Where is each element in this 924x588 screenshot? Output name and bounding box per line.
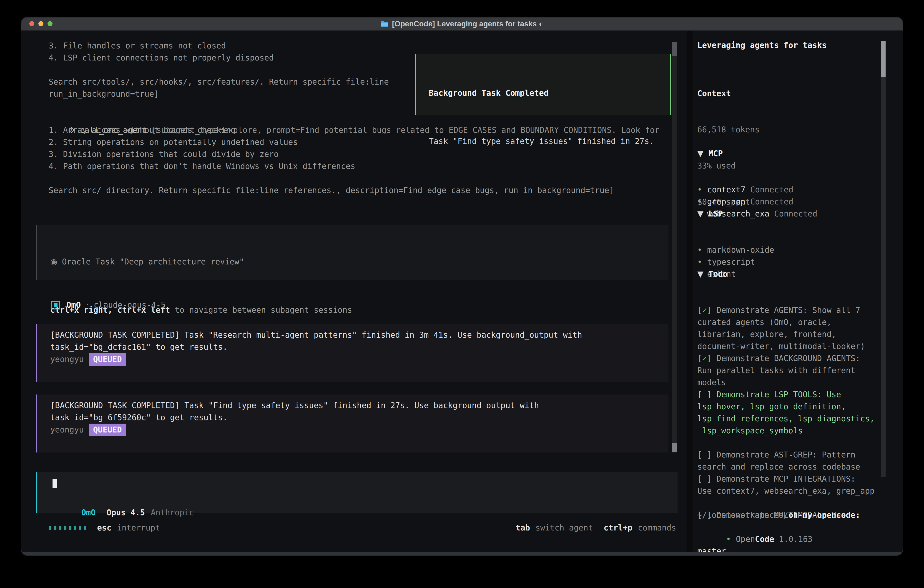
spinner-dot-icon xyxy=(69,526,71,530)
folder-icon xyxy=(381,20,389,27)
chevron-down-icon: ▼ xyxy=(697,269,703,279)
chevron-down-icon: ▼ xyxy=(697,209,703,218)
todo-line: lsp_hover, lsp_goto_definition, xyxy=(697,401,874,413)
chevron-down-icon: ▼ xyxy=(697,149,703,158)
transcript-top: 3. File handles or streams not closed 4.… xyxy=(49,40,389,100)
statusbar-right: tab switch agent ctrl+p commands xyxy=(516,522,676,534)
agent-model: claude-opus-4-5 xyxy=(94,299,165,311)
spinner-dot-icon xyxy=(54,526,56,530)
spinner-dot-icon xyxy=(74,526,76,530)
todo-line xyxy=(697,437,874,449)
task-message-line2: task_id="bg_dcfac161" to get results. xyxy=(50,341,668,353)
todo-line: librarian, explore, frontend, xyxy=(697,328,874,340)
todo-line: curated agents (OmO, oracle, xyxy=(697,316,874,328)
todo-line: [ ] Demonstrate AST-GREP: Pattern xyxy=(697,449,874,461)
record-icon: ◉ xyxy=(50,257,57,266)
oracle-hint-text: to navigate between subagent sessions xyxy=(170,306,352,314)
sidebar-session-title: Leveraging agents for tasks xyxy=(697,39,827,51)
main-sidebar-divider xyxy=(686,31,693,552)
checkbox-empty-icon: [ ] xyxy=(697,450,712,459)
main-scrollbar-track[interactable] xyxy=(672,41,676,453)
todo-line: [✓] Demonstrate BACKGROUND AGENTS: xyxy=(697,352,874,365)
prompt-input[interactable]: OmOOpus 4.5Anthropic xyxy=(36,472,678,513)
todo-section-header[interactable]: ▼Todo xyxy=(697,268,874,280)
input-provider-label: Anthropic xyxy=(151,508,194,517)
checkbox-checked-icon: [✓] xyxy=(697,354,712,363)
checkbox-checked-icon: [✓] xyxy=(697,306,712,315)
statusbar: esc interrupt tab switch agent ctrl+p co… xyxy=(49,522,676,534)
spinner-dots xyxy=(49,526,86,530)
spinner-dot-icon xyxy=(59,526,61,530)
sidebar-version: •OpenCode1.0.163 xyxy=(697,521,813,555)
spinner-dot-icon xyxy=(84,526,86,530)
agent-name: OmO xyxy=(66,299,81,311)
ctrlp-key-label: commands xyxy=(638,522,676,534)
status-badge: QUEUED xyxy=(89,424,126,436)
agent-header: OmO · claude-opus-4-5 xyxy=(51,299,165,311)
sidebar: Leveraging agents for tasks Context 66,5… xyxy=(697,18,888,198)
context-heading: Context xyxy=(697,88,760,99)
tab-key-hint: tab xyxy=(516,522,530,534)
todo-line: lsp_workspace_symbols xyxy=(697,425,874,437)
ctrlp-key-hint: ctrl+p xyxy=(604,522,632,534)
todo-line: lsp_find_references, lsp_diagnostics, xyxy=(697,413,874,425)
mcp-section-header[interactable]: ▼MCP xyxy=(697,147,817,160)
oracle-title: Oracle Task "Deep architecture review" xyxy=(57,257,244,266)
status-badge: QUEUED xyxy=(89,353,126,366)
todo-line: models xyxy=(697,377,874,388)
checkbox-empty-icon: [ ] xyxy=(697,474,712,483)
bullet-icon: • xyxy=(726,535,731,543)
lsp-section-header[interactable]: ▼LSP xyxy=(697,208,774,220)
tab-key-label: switch agent xyxy=(535,522,593,534)
window-title-text: [OpenCode] Leveraging agents for tasks ◐ xyxy=(392,20,543,28)
text-cursor xyxy=(53,479,57,488)
task-message-line1: [BACKGROUND TASK COMPLETED] Task "Find t… xyxy=(50,400,668,411)
agent-square-icon xyxy=(51,301,60,309)
task-message-line2: task_id="bg_6f59260c" to get results. xyxy=(50,411,668,424)
notification-toast[interactable]: Background Task Completed Task "Find typ… xyxy=(415,54,671,115)
task-message-line1: [BACKGROUND TASK COMPLETED] Task "Resear… xyxy=(50,329,668,341)
window-bottom-edge xyxy=(21,552,903,555)
todo-line: document-writer, multimodal-looker) xyxy=(697,340,874,352)
app-window: [OpenCode] Leveraging agents for tasks ◐… xyxy=(21,18,903,555)
mcp-status: Connected xyxy=(769,209,817,218)
statusbar-left: esc interrupt xyxy=(49,522,160,534)
main-scrollbar-thumb[interactable] xyxy=(672,42,676,56)
esc-key-label: interrupt xyxy=(117,522,160,534)
todo-line: [✓] Demonstrate AGENTS: Show all 7 xyxy=(697,304,874,316)
checkbox-empty-icon: [ ] xyxy=(697,390,712,399)
task-message: [BACKGROUND TASK COMPLETED] Task "Resear… xyxy=(36,324,668,382)
input-agent-label: OmO xyxy=(81,508,96,517)
spinner-dot-icon xyxy=(79,526,81,530)
notification-body: Task "Find type safety issues" finished … xyxy=(429,135,670,147)
task-message-author: yeongyu xyxy=(50,355,84,364)
agent-separator: · xyxy=(85,299,89,311)
input-model-label: Opus 4.5 xyxy=(107,508,145,517)
todo-line: [ ] Demonstrate MCP INTEGRATIONS: xyxy=(697,473,874,485)
oracle-panel: ◉ Oracle Task "Deep architecture review"… xyxy=(36,225,668,280)
esc-key-hint: esc xyxy=(97,522,111,534)
spinner-dot-icon xyxy=(64,526,66,530)
todo-line: search and replace across codebase xyxy=(697,461,874,473)
task-message: [BACKGROUND TASK COMPLETED] Task "Find t… xyxy=(36,395,668,453)
main-scrollbar-thumb-bottom[interactable] xyxy=(672,443,676,452)
workspace-path: ~/local-workspaces/oh-my-opencode: xyxy=(697,509,860,521)
todo-line: Run parallel tasks with different xyxy=(697,365,874,377)
notification-title: Background Task Completed xyxy=(429,87,670,99)
task-message-author: yeongyu xyxy=(50,425,84,434)
todo-line: [ ] Demonstrate LSP TOOLS: Use xyxy=(697,388,874,401)
spinner-dot-icon xyxy=(49,526,51,530)
sidebar-scrollbar-track[interactable] xyxy=(881,41,886,477)
oracle-title-line: ◉ Oracle Task "Deep architecture review" xyxy=(50,256,668,268)
sidebar-scrollbar-thumb[interactable] xyxy=(881,41,886,77)
